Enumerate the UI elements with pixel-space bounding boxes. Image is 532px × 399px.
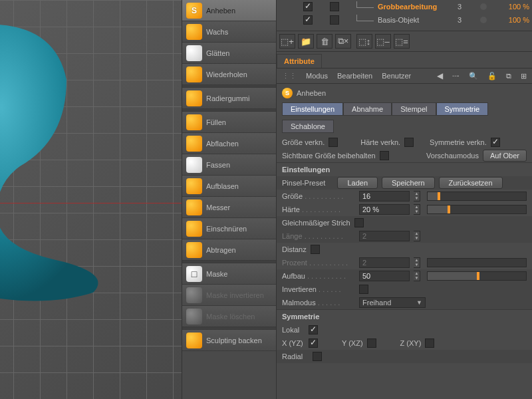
- paint-label: Malmodus: [282, 299, 355, 307]
- preview-mode-button[interactable]: Auf Ober: [483, 150, 527, 162]
- tool-wachs[interactable]: Wachs: [182, 21, 276, 43]
- lock-icon[interactable]: 🔓: [487, 72, 497, 80]
- tool-label: Sculpting backen: [206, 336, 262, 344]
- tool-icon: [186, 114, 202, 130]
- hard-input[interactable]: 20 %: [359, 204, 410, 215]
- save-button[interactable]: Speichern: [382, 177, 435, 189]
- hierarchy-row[interactable]: Basis-Objekt3100 %: [279, 13, 529, 27]
- sel-check[interactable]: [330, 15, 339, 25]
- sel-check[interactable]: [330, 2, 339, 11]
- even-check[interactable]: [354, 218, 364, 227]
- attribute-menubar: ⋮⋮ Modus Bearbeiten Benutzer ◀ ᠁ 🔍 🔓 ⧉ ⊞: [277, 68, 532, 84]
- subtab-einstellungen[interactable]: Einstellungen: [282, 102, 343, 116]
- tab-attribute[interactable]: Attribute: [277, 54, 322, 68]
- link-sym-check[interactable]: [491, 138, 500, 147]
- yxz-check[interactable]: [367, 338, 376, 348]
- tool-wiederholen[interactable]: Wiederholen: [182, 64, 276, 85]
- vis-check[interactable]: [303, 2, 313, 11]
- tool-icon: [186, 221, 202, 237]
- tool-glätten[interactable]: Glätten: [182, 43, 276, 64]
- layer-name: Grobbearbeitung: [378, 3, 437, 11]
- link-hard-check[interactable]: [404, 138, 414, 147]
- nav-back-icon[interactable]: ◀: [437, 71, 443, 80]
- len-label: Länge: [282, 232, 355, 240]
- link-icon[interactable]: ⧉: [506, 72, 511, 80]
- radial-check[interactable]: [313, 352, 322, 361]
- viewport-3d[interactable]: [0, 0, 182, 399]
- local-check[interactable]: [309, 325, 318, 334]
- dist-check[interactable]: [311, 245, 320, 254]
- invert-label: Invertieren: [282, 285, 355, 293]
- size-spinner[interactable]: ▲▼: [414, 191, 420, 201]
- tool-einschnüren[interactable]: Einschnüren: [182, 218, 276, 239]
- toolbar-btn-4[interactable]: ⬚↕: [356, 34, 372, 49]
- xyz-check[interactable]: [309, 338, 318, 348]
- link-size-label: Größe verkn.: [282, 138, 325, 146]
- tool-label: Aufblasen: [206, 182, 239, 190]
- dist-label: Distanz: [282, 245, 307, 253]
- toolbar-btn-5[interactable]: ⬚–: [375, 34, 391, 49]
- buildup-label: Aufbau: [282, 272, 355, 280]
- subtab-stempel[interactable]: Stempel: [392, 102, 436, 116]
- toolbar-btn-6[interactable]: ⬚=: [394, 34, 410, 49]
- menu-benutzer[interactable]: Benutzer: [382, 72, 411, 80]
- subtabs: EinstellungenAbnahmeStempelSymmetrie: [277, 102, 532, 118]
- tool-label: Glätten: [206, 49, 229, 57]
- nav-dots-icon[interactable]: ᠁: [452, 72, 460, 80]
- subtab-abnahme[interactable]: Abnahme: [343, 102, 392, 116]
- pct-slider[interactable]: [427, 258, 527, 267]
- tool-abtragen[interactable]: Abtragen: [182, 239, 276, 261]
- tool-label: Anheben: [206, 7, 235, 15]
- subtab-schablone[interactable]: Schablone: [282, 120, 334, 133]
- group-symmetry: Symmetrie: [277, 309, 532, 323]
- tool-label: Abtragen: [206, 246, 236, 254]
- tool-sculpting-backen[interactable]: Sculpting backen: [182, 330, 276, 351]
- tool-icon: [186, 45, 202, 61]
- tool-füllen[interactable]: Füllen: [182, 112, 276, 133]
- hard-spinner[interactable]: ▲▼: [414, 204, 420, 215]
- zxy-check[interactable]: [425, 338, 434, 348]
- reset-button[interactable]: Zurücksetzen: [439, 177, 503, 189]
- tool-maske-invertieren[interactable]: Maske invertieren: [182, 285, 276, 306]
- toolbar-btn-2[interactable]: 🗑: [317, 34, 332, 49]
- buildup-slider[interactable]: [427, 271, 527, 281]
- subtab-symmetrie[interactable]: Symmetrie: [436, 102, 489, 116]
- menu-modus[interactable]: Modus: [306, 72, 328, 80]
- buildup-spinner[interactable]: ▲▼: [414, 271, 420, 281]
- size-slider[interactable]: [427, 192, 527, 201]
- size-input[interactable]: 16: [359, 191, 410, 201]
- menu-bearbeiten[interactable]: Bearbeiten: [337, 72, 372, 80]
- expand-icon[interactable]: ⊞: [521, 72, 527, 80]
- tool-messer[interactable]: Messer: [182, 197, 276, 218]
- paint-mode-dropdown[interactable]: Freihand▼: [359, 297, 426, 308]
- tool-aufblasen[interactable]: Aufblasen: [182, 176, 276, 197]
- pct-label: Prozent: [282, 259, 355, 267]
- load-button[interactable]: Laden: [337, 177, 378, 189]
- search-icon[interactable]: 🔍: [469, 72, 478, 80]
- link-hard-label: Härte verkn.: [360, 138, 400, 146]
- tool-fassen[interactable]: Fassen: [182, 154, 276, 176]
- link-size-check[interactable]: [329, 138, 338, 147]
- tool-abflachen[interactable]: Abflachen: [182, 133, 276, 154]
- hard-slider[interactable]: [427, 205, 527, 214]
- pct-input[interactable]: 2: [359, 257, 410, 268]
- toolbar-btn-1[interactable]: 📁: [298, 34, 314, 49]
- tool-maske[interactable]: Maske: [182, 263, 276, 285]
- pct-spinner[interactable]: ▲▼: [414, 257, 420, 268]
- tool-anheben[interactable]: Anheben: [182, 0, 276, 21]
- tool-icon: [186, 157, 202, 173]
- tool-maske-löschen[interactable]: Maske löschen: [182, 306, 276, 327]
- tool-icon: [186, 136, 202, 152]
- buildup-input[interactable]: 50: [359, 271, 410, 281]
- invert-check[interactable]: [359, 285, 368, 294]
- toolbar-btn-3[interactable]: ⧉×: [335, 34, 351, 49]
- tool-icon: [186, 242, 202, 258]
- len-spinner[interactable]: ▲▼: [414, 231, 420, 241]
- tool-radiergummi[interactable]: Radiergummi: [182, 88, 276, 109]
- keep-vis-check[interactable]: [380, 151, 389, 160]
- tool-label: Fassen: [206, 161, 230, 169]
- len-input[interactable]: 2: [359, 231, 410, 241]
- vis-check[interactable]: [303, 15, 313, 25]
- toolbar-btn-0[interactable]: ⬚+: [279, 34, 295, 49]
- hierarchy-row[interactable]: Grobbearbeitung3100 %: [279, 0, 529, 13]
